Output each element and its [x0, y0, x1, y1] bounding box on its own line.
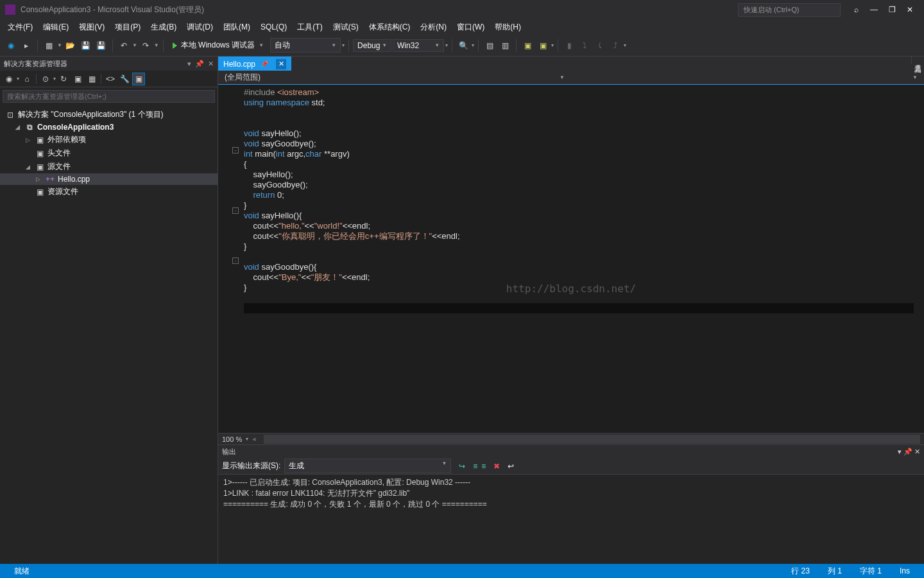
tab-hello-cpp[interactable]: Hello.cpp 📌 ✕	[218, 57, 291, 71]
chevron-down-icon[interactable]: ▾	[472, 42, 474, 48]
chevron-down-icon[interactable]: ▾	[17, 76, 19, 82]
sync-icon[interactable]: ⊙	[39, 73, 52, 85]
config-platform-combo[interactable]: Win32▼	[393, 39, 444, 52]
next-msg-icon[interactable]: ≡	[481, 462, 486, 471]
menu-analyze[interactable]: 分析(N)	[415, 20, 452, 35]
pin-icon[interactable]: 📌	[195, 60, 204, 68]
config-auto-combo[interactable]: 自动▼	[270, 38, 341, 53]
expand-icon[interactable]: ▷	[36, 176, 42, 182]
menu-project[interactable]: 项目(P)	[110, 20, 146, 35]
output-content[interactable]: 1>------ 已启动生成: 项目: ConsoleApplication3,…	[218, 475, 924, 564]
save-icon[interactable]: 💾	[79, 39, 93, 53]
expand-icon[interactable]: ◢	[15, 124, 22, 130]
close-button[interactable]: ✕	[901, 3, 919, 16]
zoom-label[interactable]: 100 %	[222, 435, 242, 443]
menu-tools[interactable]: 工具(T)	[292, 20, 327, 35]
step-icon[interactable]: ▮	[562, 39, 576, 53]
menu-window[interactable]: 窗口(W)	[452, 20, 490, 35]
uncomment-icon[interactable]: ▥	[498, 39, 512, 53]
fold-icon[interactable]: -	[232, 147, 239, 153]
close-icon[interactable]: ✕	[276, 59, 286, 69]
fold-icon[interactable]: -	[232, 258, 239, 264]
expand-icon[interactable]: ◢	[26, 164, 32, 170]
menu-architecture[interactable]: 体系结构(C)	[364, 20, 416, 35]
chevron-down-icon[interactable]: ▾	[624, 42, 626, 48]
menu-team[interactable]: 团队(M)	[218, 20, 255, 35]
redo-icon[interactable]: ↷	[139, 39, 153, 53]
project-node[interactable]: ◢ ⧉ ConsoleApplication3	[0, 121, 218, 133]
step-into-icon[interactable]: ⤹	[593, 39, 607, 53]
comment-icon[interactable]: ▤	[483, 39, 497, 53]
preview-icon[interactable]: ▣	[132, 73, 145, 85]
config-debug-combo[interactable]: Debug▼	[353, 39, 391, 52]
home-icon[interactable]: ⌂	[21, 73, 33, 85]
maximize-button[interactable]: ❐	[883, 3, 901, 16]
menu-help[interactable]: 帮助(H)	[490, 20, 526, 35]
fold-icon[interactable]: -	[232, 207, 239, 214]
save-all-icon[interactable]: 💾	[94, 39, 108, 53]
properties-icon[interactable]: 🔧	[118, 73, 131, 85]
chevron-down-icon[interactable]: ▾	[551, 42, 554, 48]
pin-icon[interactable]: 📌	[903, 448, 912, 455]
chevron-down-icon[interactable]: ▾	[53, 76, 56, 82]
dropdown-icon[interactable]: ▾	[898, 448, 902, 455]
chevron-down-icon[interactable]: ▼	[132, 42, 137, 48]
close-icon[interactable]: ✕	[914, 448, 920, 455]
split-icon[interactable]: ◂	[252, 435, 256, 443]
step-over-icon[interactable]: ⤵	[578, 39, 592, 53]
scope-combo[interactable]: (全局范围) ▼	[218, 71, 571, 84]
menu-sql[interactable]: SQL(Q)	[255, 21, 292, 33]
undo-icon[interactable]: ↶	[117, 39, 131, 53]
search-input[interactable]	[3, 90, 215, 103]
chevron-down-icon[interactable]: ▾	[342, 42, 345, 48]
menu-build[interactable]: 生成(B)	[146, 20, 182, 35]
chevron-down-icon[interactable]: ▼	[57, 42, 62, 48]
code-editor[interactable]: - - - #include <iostream> using namespac…	[218, 85, 924, 433]
external-deps-node[interactable]: ▷ ▣ 外部依赖项	[0, 133, 218, 146]
minimize-button[interactable]: —	[865, 3, 883, 16]
menu-test[interactable]: 测试(S)	[328, 20, 364, 35]
prev-msg-icon[interactable]: ≡	[473, 462, 477, 471]
code-icon[interactable]: <>	[104, 73, 117, 85]
chevron-down-icon[interactable]: ▾	[246, 436, 248, 442]
show-all-icon[interactable]: ▦	[85, 73, 98, 85]
close-icon[interactable]: ✕	[208, 60, 214, 68]
find-in-files-icon[interactable]: 🔍	[456, 39, 470, 53]
quick-launch-input[interactable]: 快速启动 (Ctrl+Q)	[738, 3, 841, 17]
output-source-combo[interactable]: 生成▼	[284, 459, 451, 473]
expand-icon[interactable]: ▷	[26, 137, 32, 143]
menu-debug[interactable]: 调试(D)	[182, 20, 218, 35]
dropdown-icon[interactable]: ▾	[187, 60, 191, 68]
search-icon[interactable]: ⌕	[847, 3, 865, 16]
open-icon[interactable]: 📂	[64, 39, 78, 53]
chevron-down-icon[interactable]: ▼	[154, 42, 159, 48]
chevron-down-icon[interactable]: ▾	[445, 42, 448, 48]
nav-fwd-icon[interactable]: ▸	[19, 39, 33, 53]
pin-icon[interactable]: 📌	[261, 60, 268, 67]
toolbox-tab[interactable]: 工具箱	[911, 57, 924, 64]
horizontal-scrollbar[interactable]	[264, 435, 920, 444]
step-out-icon[interactable]: ⤴	[608, 39, 622, 53]
menu-view[interactable]: 视图(V)	[74, 20, 110, 35]
member-combo[interactable]: ▼	[571, 73, 924, 82]
file-hello-cpp[interactable]: ▷ ++ Hello.cpp	[0, 173, 218, 185]
back-icon[interactable]: ◉	[3, 73, 15, 85]
collapse-icon[interactable]: ▣	[71, 73, 84, 85]
refresh-icon[interactable]: ↻	[57, 73, 70, 85]
bookmark-prev-icon[interactable]: ▣	[536, 39, 550, 53]
sources-node[interactable]: ◢ ▣ 源文件	[0, 160, 218, 173]
window-title: ConsoleApplication3 - Microsoft Visual S…	[21, 4, 738, 15]
clear-icon[interactable]: ✖	[493, 462, 500, 471]
solution-node[interactable]: ⊡ 解决方案 "ConsoleApplication3" (1 个项目)	[0, 108, 218, 121]
new-project-icon[interactable]: ▦	[42, 39, 56, 53]
wrap-icon[interactable]: ↩	[508, 462, 514, 471]
goto-icon[interactable]: ↪	[459, 462, 465, 471]
start-debug-button[interactable]: 本地 Windows 调试器 ▼	[167, 39, 269, 52]
menu-edit[interactable]: 编辑(E)	[38, 20, 74, 35]
menu-file[interactable]: 文件(F)	[3, 20, 38, 35]
headers-node[interactable]: ▣ 头文件	[0, 146, 218, 160]
nav-back-icon[interactable]: ◉	[4, 39, 18, 53]
bookmark-icon[interactable]: ▣	[520, 39, 535, 53]
folder-icon: ▣	[35, 149, 45, 158]
resources-node[interactable]: ▣ 资源文件	[0, 185, 218, 198]
